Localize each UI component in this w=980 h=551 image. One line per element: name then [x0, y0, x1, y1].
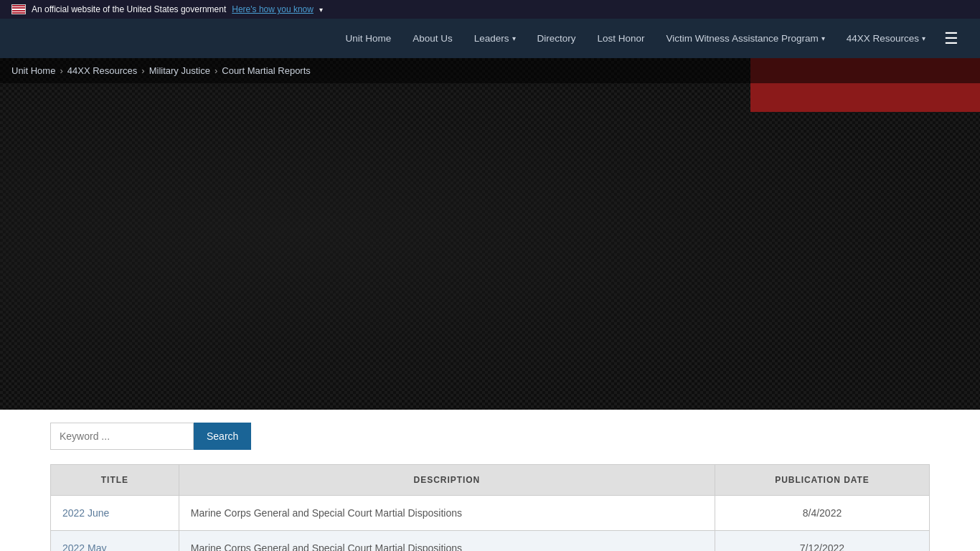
- us-flag-icon: [11, 4, 26, 14]
- nav-victim-witness-label: Victim Witness Assistance Program: [666, 33, 819, 44]
- nav-44xx-label: 44XX Resources: [847, 33, 919, 44]
- chevron-down-icon: ▾: [821, 34, 825, 42]
- breadcrumb-current: Court Martial Reports: [222, 65, 311, 76]
- hero-section: Unit Home › 44XX Resources › Military Ju…: [0, 58, 980, 410]
- breadcrumb-separator: ›: [215, 65, 217, 76]
- breadcrumb-separator: ›: [141, 65, 144, 76]
- court-martial-table: TITLE DESCRIPTION PUBLICATION DATE 2022 …: [50, 464, 930, 551]
- chevron-down-icon: ▾: [922, 34, 925, 42]
- table-cell-description: Marine Corps General and Special Court M…: [179, 496, 715, 531]
- chevron-down-icon: ▾: [319, 6, 323, 14]
- search-input[interactable]: [50, 423, 194, 450]
- breadcrumb: Unit Home › 44XX Resources › Military Ju…: [0, 58, 980, 83]
- how-you-know-link[interactable]: Here's how you know: [232, 4, 314, 14]
- table-cell-date: 8/4/2022: [715, 496, 929, 531]
- chevron-down-icon: ▾: [512, 34, 516, 42]
- nav-directory[interactable]: Directory: [527, 19, 586, 58]
- table-cell-title[interactable]: 2022 June: [51, 496, 179, 531]
- gov-banner: An official website of the United States…: [0, 0, 980, 19]
- table-cell-description: Marine Corps General and Special Court M…: [179, 531, 715, 552]
- table-cell-date: 7/12/2022: [715, 531, 929, 552]
- breadcrumb-military-justice[interactable]: Military Justice: [149, 65, 210, 76]
- official-text: An official website of the United States…: [32, 4, 226, 14]
- table-body: 2022 JuneMarine Corps General and Specia…: [51, 496, 930, 552]
- hamburger-menu-button[interactable]: ☰: [937, 19, 966, 58]
- navbar: Unit Home About Us Leaders ▾ Directory L…: [0, 19, 980, 58]
- nav-unit-home[interactable]: Unit Home: [335, 19, 401, 58]
- search-button[interactable]: Search: [194, 423, 251, 450]
- nav-lost-honor[interactable]: Lost Honor: [588, 19, 655, 58]
- breadcrumb-44xx-resources[interactable]: 44XX Resources: [67, 65, 138, 76]
- breadcrumb-separator: ›: [60, 65, 62, 76]
- column-header-date: PUBLICATION DATE: [715, 465, 929, 496]
- table-row: 2022 MayMarine Corps General and Special…: [51, 531, 930, 552]
- nav-victim-witness[interactable]: Victim Witness Assistance Program ▾: [656, 19, 835, 58]
- nav-leaders-label: Leaders: [474, 33, 509, 44]
- nav-about-us[interactable]: About Us: [402, 19, 463, 58]
- search-row: Search: [50, 423, 930, 450]
- nav-44xx-resources[interactable]: 44XX Resources ▾: [837, 19, 936, 58]
- column-header-description: DESCRIPTION: [179, 465, 715, 496]
- table-cell-title[interactable]: 2022 May: [51, 531, 179, 552]
- table-header: TITLE DESCRIPTION PUBLICATION DATE: [51, 465, 930, 496]
- breadcrumb-unit-home[interactable]: Unit Home: [11, 65, 55, 76]
- content-section: Search TITLE DESCRIPTION PUBLICATION DAT…: [0, 410, 980, 551]
- table-row: 2022 JuneMarine Corps General and Specia…: [51, 496, 930, 531]
- column-header-title: TITLE: [51, 465, 179, 496]
- nav-leaders[interactable]: Leaders ▾: [464, 19, 526, 58]
